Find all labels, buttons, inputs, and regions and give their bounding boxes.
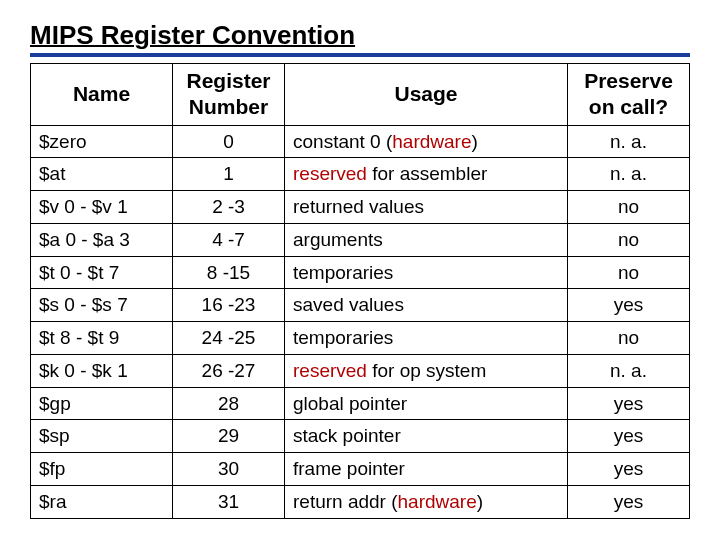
cell-usage: temporaries — [285, 322, 568, 355]
cell-name: $v 0 - $v 1 — [31, 191, 173, 224]
table-row: $at 1 reserved for assembler n. a. — [31, 158, 690, 191]
cell-number: 0 — [173, 125, 285, 158]
cell-preserve: n. a. — [568, 354, 690, 387]
table-row: $ra 31 return addr (hardware) yes — [31, 485, 690, 518]
cell-name: $ra — [31, 485, 173, 518]
table-row: $gp 28 global pointer yes — [31, 387, 690, 420]
col-number: Register Number — [173, 64, 285, 126]
table-header-row: Name Register Number Usage Preserve on c… — [31, 64, 690, 126]
cell-usage: frame pointer — [285, 453, 568, 486]
cell-number: 30 — [173, 453, 285, 486]
cell-number: 24 -25 — [173, 322, 285, 355]
slide-title: MIPS Register Convention — [30, 20, 690, 53]
cell-number: 16 -23 — [173, 289, 285, 322]
cell-preserve: no — [568, 191, 690, 224]
table-row: $v 0 - $v 1 2 -3 returned values no — [31, 191, 690, 224]
cell-usage: arguments — [285, 223, 568, 256]
col-name: Name — [31, 64, 173, 126]
cell-number: 1 — [173, 158, 285, 191]
table-row: $zero 0 constant 0 (hardware) n. a. — [31, 125, 690, 158]
table-row: $a 0 - $a 3 4 -7 arguments no — [31, 223, 690, 256]
cell-preserve: no — [568, 322, 690, 355]
cell-number: 26 -27 — [173, 354, 285, 387]
cell-usage: reserved for op system — [285, 354, 568, 387]
table-row: $sp 29 stack pointer yes — [31, 420, 690, 453]
cell-name: $at — [31, 158, 173, 191]
cell-number: 28 — [173, 387, 285, 420]
cell-usage: constant 0 (hardware) — [285, 125, 568, 158]
cell-usage: global pointer — [285, 387, 568, 420]
cell-preserve: yes — [568, 485, 690, 518]
cell-name: $a 0 - $a 3 — [31, 223, 173, 256]
cell-preserve: yes — [568, 420, 690, 453]
cell-name: $k 0 - $k 1 — [31, 354, 173, 387]
table-row: $s 0 - $s 7 16 -23 saved values yes — [31, 289, 690, 322]
cell-name: $t 8 - $t 9 — [31, 322, 173, 355]
table-row: $t 8 - $t 9 24 -25 temporaries no — [31, 322, 690, 355]
cell-usage: return addr (hardware) — [285, 485, 568, 518]
cell-usage: temporaries — [285, 256, 568, 289]
cell-preserve: n. a. — [568, 125, 690, 158]
table-row: $t 0 - $t 7 8 -15 temporaries no — [31, 256, 690, 289]
cell-usage: saved values — [285, 289, 568, 322]
cell-preserve: yes — [568, 387, 690, 420]
cell-number: 2 -3 — [173, 191, 285, 224]
title-rule — [30, 53, 690, 57]
col-usage: Usage — [285, 64, 568, 126]
cell-number: 8 -15 — [173, 256, 285, 289]
cell-preserve: yes — [568, 453, 690, 486]
cell-preserve: no — [568, 223, 690, 256]
cell-usage: reserved for assembler — [285, 158, 568, 191]
cell-name: $zero — [31, 125, 173, 158]
table-row: $k 0 - $k 1 26 -27 reserved for op syste… — [31, 354, 690, 387]
cell-preserve: yes — [568, 289, 690, 322]
cell-name: $gp — [31, 387, 173, 420]
cell-number: 29 — [173, 420, 285, 453]
cell-number: 4 -7 — [173, 223, 285, 256]
cell-preserve: no — [568, 256, 690, 289]
cell-name: $s 0 - $s 7 — [31, 289, 173, 322]
register-table: Name Register Number Usage Preserve on c… — [30, 63, 690, 519]
cell-usage: returned values — [285, 191, 568, 224]
cell-usage: stack pointer — [285, 420, 568, 453]
cell-name: $t 0 - $t 7 — [31, 256, 173, 289]
cell-preserve: n. a. — [568, 158, 690, 191]
table-row: $fp 30 frame pointer yes — [31, 453, 690, 486]
col-preserve: Preserve on call? — [568, 64, 690, 126]
cell-name: $sp — [31, 420, 173, 453]
cell-number: 31 — [173, 485, 285, 518]
cell-name: $fp — [31, 453, 173, 486]
